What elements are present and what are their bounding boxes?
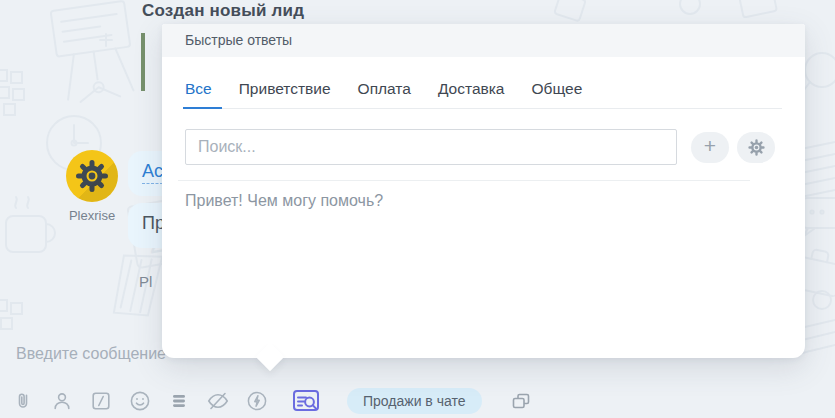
smiley-icon (128, 389, 152, 413)
quote-message-button[interactable] (89, 389, 113, 413)
quick-replies-button[interactable] (167, 389, 191, 413)
list-divider (178, 180, 750, 181)
app-avatar-label: Plexrise (56, 208, 128, 223)
tab-delivery[interactable]: Доставка (438, 80, 505, 108)
emoji-button[interactable] (128, 389, 152, 413)
hidden-message-button[interactable] (206, 389, 230, 413)
attach-file-button[interactable] (11, 389, 35, 413)
stacked-bars-icon (167, 389, 191, 413)
copy-windows-button[interactable] (509, 389, 533, 413)
channel-button[interactable]: Продажи в чате (347, 388, 482, 414)
copy-icon (509, 389, 533, 413)
quick-replies-popup: Быстрые ответы Все Приветствие Оплата До… (162, 24, 805, 358)
message-toolbar: Продажи в чате (0, 386, 835, 416)
message-meta: Pl (139, 273, 152, 290)
slash-square-icon (89, 389, 113, 413)
settings-button[interactable] (737, 132, 775, 163)
chat-event-title: Создан новый лид (142, 1, 304, 21)
popup-title: Быстрые ответы (162, 24, 805, 57)
quote-bar (141, 33, 145, 91)
gear-avatar-icon (74, 158, 110, 194)
eye-slash-icon (206, 389, 230, 413)
tab-general[interactable]: Общее (532, 80, 583, 108)
bubble-link[interactable]: Ас (142, 161, 163, 184)
list-search-icon (292, 388, 320, 414)
lightning-circle-icon (245, 389, 269, 413)
knowledge-search-button[interactable] (292, 389, 320, 413)
mention-user-button[interactable] (50, 389, 74, 413)
quick-reply-item[interactable]: Привет! Чем могу помочь? (185, 192, 782, 210)
add-reply-button[interactable]: + (691, 132, 729, 163)
app-avatar (66, 150, 118, 202)
paperclip-icon (11, 389, 35, 413)
gear-icon (747, 138, 766, 157)
tab-greeting[interactable]: Приветствие (239, 80, 331, 108)
tab-payment[interactable]: Оплата (358, 80, 411, 108)
commands-button[interactable] (245, 389, 269, 413)
quick-replies-tabs: Все Приветствие Оплата Доставка Общее (185, 80, 782, 109)
person-icon (50, 389, 74, 413)
tab-all[interactable]: Все (185, 80, 212, 108)
search-input[interactable] (185, 129, 677, 165)
